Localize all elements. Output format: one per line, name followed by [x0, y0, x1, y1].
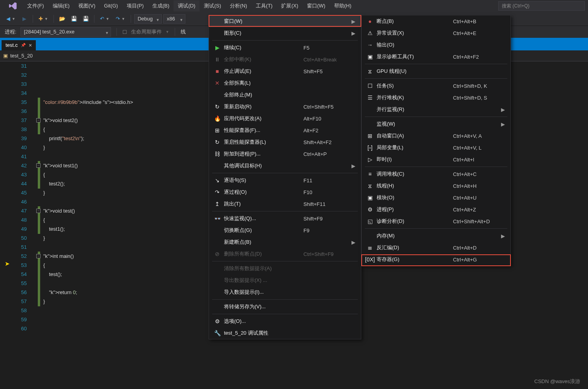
menu-debug[interactable]: 调试(D): [174, 0, 200, 11]
menu-item[interactable]: [▫]局部变量(L)Ctrl+Alt+V, L: [362, 142, 510, 154]
redo-button[interactable]: ↷▼: [113, 14, 128, 24]
menu-item[interactable]: 导入数据提示(I)...: [209, 286, 361, 298]
menu-test[interactable]: 测试(S): [200, 0, 225, 11]
menu-item[interactable]: ↻重启性能探查器(L)Shift+Alt+F2: [209, 136, 361, 148]
code-area[interactable]: "color:#9b9b9b">#include "s"><stdio.h> "…: [31, 61, 133, 333]
lifecycle-label[interactable]: 生命周期事件: [131, 28, 162, 35]
menu-shortcut: Ctrl+Alt+U: [453, 195, 500, 201]
config-combo[interactable]: Debug: [134, 14, 162, 24]
menu-item[interactable]: ⊞性能探查器(F)...Alt+F2: [209, 124, 361, 136]
new-item-button[interactable]: ✚▼: [36, 14, 50, 24]
menu-item[interactable]: ▷即时(I)Ctrl+Alt+I: [362, 154, 510, 165]
menu-item[interactable]: 将转储另存为(V)...: [209, 301, 361, 313]
menu-item[interactable]: ✕全部拆离(L): [209, 77, 361, 89]
menu-item[interactable]: ⛓附加到进程(P)...Ctrl+Alt+P: [209, 148, 361, 160]
menu-item[interactable]: ▶继续(C)F5: [209, 42, 361, 54]
menu-item[interactable]: ↷逐过程(O)F10: [209, 186, 361, 198]
menu-tools[interactable]: 工具(T): [251, 0, 277, 11]
menu-git[interactable]: Git(G): [100, 0, 122, 11]
line-gutter: 3132333435363738394041424344454647484950…: [0, 61, 31, 333]
menu-extensions[interactable]: 扩展(X): [277, 0, 302, 11]
menu-label: 附加到进程(P)...: [222, 150, 303, 157]
menu-icon: ●: [365, 18, 375, 24]
menu-item[interactable]: 👓快速监视(Q)...Shift+F9: [209, 213, 361, 224]
menu-item[interactable]: 窗口(W)▶: [209, 15, 361, 27]
undo-button[interactable]: ↶▼: [98, 14, 112, 24]
menu-shortcut: Ctrl+Alt+I: [453, 157, 500, 163]
process-combo[interactable]: [28404] test_5_20.exe: [20, 27, 111, 37]
menu-item[interactable]: 内存(M)▶: [362, 230, 510, 242]
menu-item[interactable]: 切换断点(G)F9: [209, 224, 361, 236]
tab-testc[interactable]: test.c 📌 ×: [2, 40, 36, 50]
menu-item[interactable]: →输出(O): [362, 39, 510, 51]
change-bar: [38, 252, 40, 306]
menu-edit[interactable]: 编辑(E): [48, 0, 74, 11]
menu-item[interactable]: 并行监视(R)▶: [362, 104, 510, 115]
menu-item[interactable]: 监视(W)▶: [362, 118, 510, 130]
menu-item[interactable]: ☐任务(S)Ctrl+Shift+D, K: [362, 80, 510, 92]
save-icon[interactable]: 💾: [69, 14, 79, 24]
fold-icon[interactable]: −: [36, 118, 41, 122]
menu-item[interactable]: ⚙选项(O)...: [209, 315, 361, 327]
menu-icon: ⧖: [365, 183, 375, 189]
fold-icon[interactable]: −: [36, 209, 41, 213]
menu-label: 导出数据提示(X) ...: [222, 277, 303, 284]
menu-item[interactable]: ⧖线程(H)Ctrl+Alt+H: [362, 180, 510, 192]
menu-item[interactable]: ≣反汇编(D)Ctrl+Alt+D: [362, 242, 510, 254]
menu-label: 反汇编(D): [375, 244, 453, 251]
menu-label: 停止调试(E): [222, 68, 303, 75]
menu-item[interactable]: [0X]寄存器(G)Ctrl+Alt+G: [362, 254, 510, 265]
menu-item[interactable]: 🔧test_5_20 调试属性: [209, 327, 361, 339]
menu-file[interactable]: 文件(F): [23, 0, 48, 11]
menu-analyze[interactable]: 分析(N): [226, 0, 251, 11]
menu-shortcut: Ctrl+Shift+Alt+D: [453, 219, 500, 224]
menu-item[interactable]: ⚠异常设置(X)Ctrl+Alt+E: [362, 27, 510, 39]
menu-icon: ⊞: [365, 133, 375, 139]
menu-icon: ▣: [365, 194, 375, 201]
menu-item: 导出数据提示(X) ...: [209, 274, 361, 286]
menu-item[interactable]: 其他调试目标(H)▶: [209, 160, 361, 172]
save-all-icon[interactable]: 💾: [81, 14, 91, 24]
menu-item[interactable]: ■停止调试(E)Shift+F5: [209, 65, 361, 77]
menu-item[interactable]: ◱诊断分析(D)Ctrl+Shift+Alt+D: [362, 215, 510, 227]
menu-item[interactable]: ≡调用堆栈(C)Ctrl+Alt+C: [362, 168, 510, 180]
platform-combo[interactable]: x86: [163, 14, 185, 24]
menu-item[interactable]: ↘逐语句(S)F11: [209, 174, 361, 186]
menu-shortcut: F11: [303, 178, 351, 183]
menu-item[interactable]: ☰并行堆栈(K)Ctrl+Shift+D, S: [362, 92, 510, 104]
menu-icon: ↷: [212, 189, 222, 195]
menu-item[interactable]: 新建断点(B)▶: [209, 236, 361, 248]
close-icon[interactable]: ×: [29, 40, 32, 50]
menu-item[interactable]: 全部终止(M): [209, 89, 361, 101]
menu-item[interactable]: ▣模块(O)Ctrl+Alt+U: [362, 192, 510, 204]
menu-shortcut: Ctrl+Shift+F9: [303, 251, 351, 257]
menu-item[interactable]: ⊞自动窗口(A)Ctrl+Alt+V, A: [362, 130, 510, 142]
menu-item[interactable]: 图形(C)▶: [209, 27, 361, 39]
menu-item[interactable]: ⧖GPU 线程(U): [362, 65, 510, 77]
menu-icon: ↥: [212, 201, 222, 207]
menu-shortcut: Ctrl+Alt+D: [453, 245, 500, 251]
menu-build[interactable]: 生成(B): [148, 0, 174, 11]
menu-item: 清除所有数据提示(A): [209, 263, 361, 274]
menu-item[interactable]: ⚙进程(P)Ctrl+Alt+Z: [362, 204, 510, 215]
menu-project[interactable]: 项目(P): [122, 0, 148, 11]
nav-forward-button[interactable]: ▶: [19, 14, 30, 24]
menu-item[interactable]: ●断点(B)Ctrl+Alt+B: [362, 15, 510, 27]
menu-window[interactable]: 窗口(W): [303, 0, 330, 11]
fold-icon[interactable]: −: [36, 163, 41, 168]
menu-item[interactable]: ▣显示诊断工具(T)Ctrl+Alt+F2: [362, 51, 510, 63]
menu-icon: ▶: [212, 44, 222, 51]
menu-item[interactable]: 🔥应用代码更改(A)Alt+F10: [209, 113, 361, 124]
nav-back-button[interactable]: ◀▼: [4, 14, 18, 24]
menu-item[interactable]: ↻重新启动(R)Ctrl+Shift+F5: [209, 101, 361, 113]
project-icon: ▣: [3, 53, 8, 59]
search-input[interactable]: 搜索 (Ctrl+Q): [498, 1, 585, 11]
menu-label: 全部中断(K): [222, 56, 303, 63]
menu-help[interactable]: 帮助(H): [330, 0, 356, 11]
menu-label: 选项(O)...: [222, 318, 303, 325]
fold-icon[interactable]: −: [36, 254, 41, 258]
menu-view[interactable]: 视图(V): [74, 0, 100, 11]
pin-icon[interactable]: 📌: [21, 40, 26, 50]
open-file-icon[interactable]: 📂: [57, 14, 67, 24]
menu-item[interactable]: ↥跳出(T)Shift+F11: [209, 198, 361, 210]
